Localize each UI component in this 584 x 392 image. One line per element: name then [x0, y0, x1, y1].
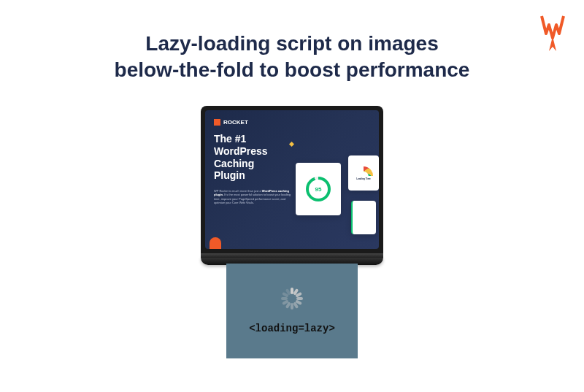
laptop-bezel: ROCKET The #1 WordPress Caching Plugin W… [201, 106, 383, 253]
title-line-2: below-the-fold to boost performance [115, 58, 470, 81]
loading-time-label: Loading Time [356, 177, 370, 180]
code-annotation: <loading=lazy> [249, 323, 335, 334]
gauge-icon [354, 166, 373, 176]
product-logo-text: ROCKET [223, 119, 248, 126]
loading-spinner-icon [281, 288, 303, 310]
laptop-screen: ROCKET The #1 WordPress Caching Plugin W… [205, 110, 379, 249]
pagespeed-score-card: 95 [296, 163, 341, 215]
hero-headline: The #1 WordPress Caching Plugin [214, 133, 283, 182]
product-logo: ROCKET [214, 119, 370, 126]
decorative-diamond-icon [289, 142, 294, 147]
score-ring-icon: 95 [306, 177, 331, 201]
laptop-illustration: ROCKET The #1 WordPress Caching Plugin W… [201, 106, 383, 271]
product-logo-mark-icon [214, 119, 220, 126]
hero-para-suffix: It's the most powerful solution to boost… [214, 193, 291, 204]
title-line-1: Lazy-loading script on images [145, 32, 438, 55]
hero-paragraph: WP Rocket is much more than just a WordP… [214, 189, 294, 204]
loading-time-card: Loading Time [348, 155, 379, 191]
brand-logo-icon [540, 13, 565, 53]
side-card [351, 201, 376, 234]
score-value: 95 [309, 180, 328, 199]
below-the-fold-panel: <loading=lazy> [226, 264, 358, 358]
corner-shape-icon [210, 237, 221, 249]
page-title: Lazy-loading script on images below-the-… [0, 0, 584, 84]
